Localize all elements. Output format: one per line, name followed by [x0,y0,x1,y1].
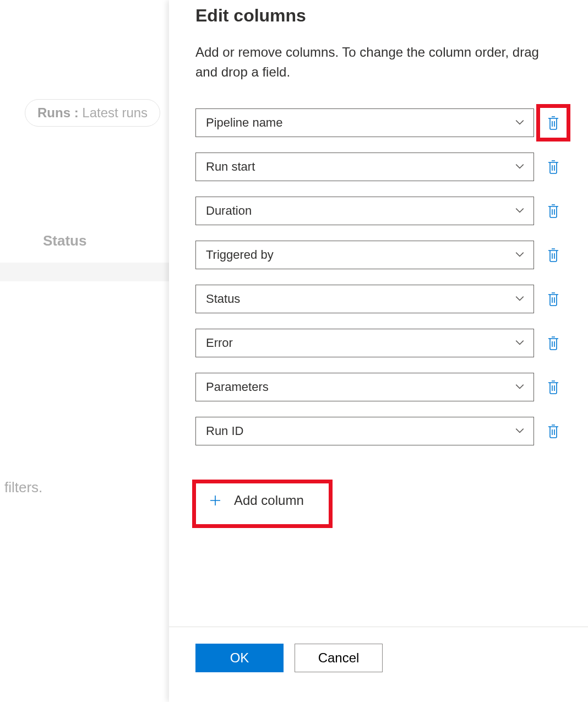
grey-row-placeholder [0,263,169,281]
column-row: Status [195,285,562,313]
column-row: Triggered by [195,241,562,269]
runs-pill-value: Latest runs [82,105,148,120]
runs-filter-pill: Runs : Latest runs [25,99,160,127]
filters-text: filters. [4,479,42,496]
add-column-label: Add column [234,493,304,508]
column-select-run-id[interactable]: Run ID [195,417,534,445]
column-select-parameters[interactable]: Parameters [195,373,534,401]
chevron-down-icon [515,117,526,128]
chevron-down-icon [515,382,526,393]
column-select-status[interactable]: Status [195,285,534,313]
panel-title: Edit columns [195,6,562,26]
chevron-down-icon [515,338,526,349]
column-select-pipeline-name[interactable]: Pipeline name [195,108,534,137]
cancel-button[interactable]: Cancel [295,644,383,672]
delete-column-button[interactable] [545,335,562,351]
delete-column-button[interactable] [545,203,562,219]
edit-columns-panel: Edit columns Add or remove columns. To c… [169,0,588,702]
delete-column-button[interactable] [545,291,562,307]
column-select-label: Status [206,292,240,306]
column-row: Run start [195,153,562,181]
panel-footer: OK Cancel [169,627,588,702]
background-dimmed: Runs : Latest runs Status filters. [0,0,169,702]
column-select-label: Duration [206,204,252,218]
column-row: Parameters [195,373,562,401]
column-select-label: Pipeline name [206,116,282,130]
column-select-label: Run ID [206,424,243,438]
delete-column-button[interactable] [545,159,562,175]
status-column-label: Status [43,232,86,249]
runs-pill-label: Runs : [37,105,79,120]
column-select-label: Triggered by [206,248,274,262]
delete-column-button[interactable] [545,115,562,131]
delete-column-button[interactable] [545,247,562,263]
chevron-down-icon [515,426,526,437]
column-select-error[interactable]: Error [195,329,534,357]
delete-column-button[interactable] [545,379,562,395]
ok-button[interactable]: OK [195,644,284,672]
column-select-duration[interactable]: Duration [195,197,534,225]
panel-description: Add or remove columns. To change the col… [195,42,562,82]
column-row: Run ID [195,417,562,445]
chevron-down-icon [515,293,526,304]
plus-icon [209,494,222,507]
delete-column-button[interactable] [545,423,562,439]
column-select-run-start[interactable]: Run start [195,153,534,181]
column-select-triggered-by[interactable]: Triggered by [195,241,534,269]
chevron-down-icon [515,205,526,216]
column-row: Pipeline name [195,108,562,137]
chevron-down-icon [515,161,526,172]
column-select-label: Run start [206,160,255,174]
column-row: Duration [195,197,562,225]
chevron-down-icon [515,249,526,260]
column-row: Error [195,329,562,357]
column-select-label: Error [206,336,233,350]
column-select-label: Parameters [206,380,269,394]
add-column-button[interactable]: Add column [195,484,317,517]
